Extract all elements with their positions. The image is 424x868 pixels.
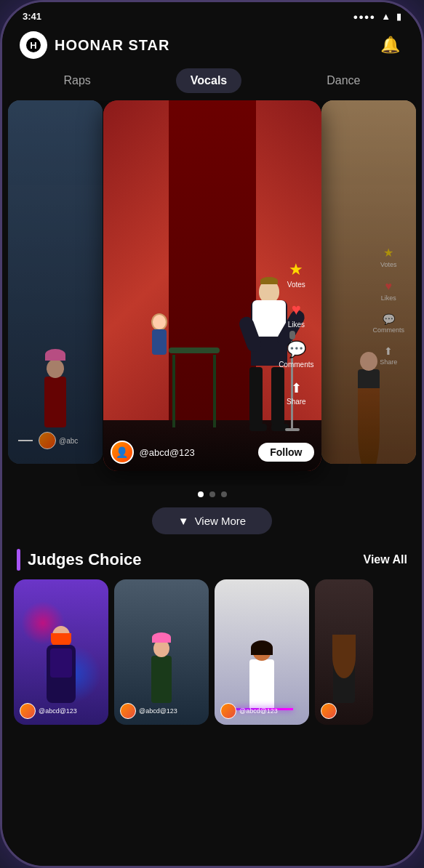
dot-1 [198,491,204,497]
section-title: Judges Choice [17,549,141,571]
likes-label: Likes [288,321,305,329]
carousel-right-card[interactable]: ★ Votes ♥ Likes 💬 Comments [321,100,416,464]
right-card-bg: ★ Votes ♥ Likes 💬 Comments [321,100,416,464]
right-action-buttons: ★ Votes ♥ Likes 💬 Comments [372,246,404,366]
right-comments-button[interactable]: 💬 Comments [372,313,404,334]
carousel-main-card[interactable]: ★ Votes ♥ Likes 💬 Comments ⬆ [103,100,321,471]
judge-card-2[interactable]: @abcd@123 [114,579,209,725]
current-username: @abcd@123 [140,447,253,458]
app-name: HOONAR STAR [55,37,169,54]
judge-card-3[interactable]: @abcd@123 [215,579,309,725]
carousel-area: @abc [2,100,422,486]
judge-figure-3 [249,640,274,710]
wifi-icon: ▲ [381,11,391,22]
left-user-info: @abc [18,432,78,449]
share-icon: ⬆ [291,380,302,396]
right-likes-button[interactable]: ♥ Likes [381,280,396,302]
judge-username-1: @abcd@123 [39,707,77,715]
logo-icon: H [20,31,47,59]
share-button[interactable]: ⬆ Share [287,380,306,406]
dot-2 [209,491,215,497]
judge-avatar-4 [321,703,337,719]
dots-indicator [2,491,422,497]
carousel-left-card[interactable]: @abc [8,100,103,464]
votes-icon: ★ [289,260,303,279]
tab-raps[interactable]: Raps [49,68,105,93]
right-share-label: Share [380,358,397,366]
puppet [151,313,167,355]
dancer1-body [47,645,76,703]
left-card-bg: @abc [8,100,103,464]
judge-user-3: @abcd@123 [220,703,278,719]
right-likes-icon: ♥ [385,280,392,293]
tab-bar: Raps Vocals Dance [2,68,422,100]
comments-button[interactable]: 💬 Comments [279,340,313,369]
likes-button[interactable]: ♥ Likes [288,300,305,329]
battery-icon: ▮ [396,12,401,22]
judge-figure-4 [333,635,355,703]
comments-icon: 💬 [287,340,306,359]
time: 3:41 [23,11,41,22]
right-comments-label: Comments [372,326,404,334]
view-more-icon: ▼ [178,515,189,527]
likes-icon: ♥ [292,300,301,319]
signal-icon: ●●●● [353,12,376,21]
tab-dance[interactable]: Dance [312,68,375,93]
judge-username-3: @abcd@123 [239,707,278,715]
right-likes-label: Likes [381,294,396,302]
phone-shell: 3:41 ●●●● ▲ ▮ H HOONAR STAR 🔔 [0,0,424,868]
judge-figure-1 [47,626,76,703]
section-bar [17,549,20,571]
right-votes-label: Votes [380,261,397,268]
right-comments-icon: 💬 [383,313,395,325]
judges-choice-title: Judges Choice [28,550,141,569]
judges-choice-header: Judges Choice View All [2,542,422,579]
stool [169,347,220,427]
left-username: @abc [59,437,78,445]
status-bar: 3:41 ●●●● ▲ ▮ [2,2,422,25]
main-card-bg: ★ Votes ♥ Likes 💬 Comments ⬆ [103,100,321,471]
follow-button[interactable]: Follow [258,443,313,462]
phone-screen: 3:41 ●●●● ▲ ▮ H HOONAR STAR 🔔 [2,2,422,866]
dot-3 [221,491,227,497]
left-performer [44,359,66,427]
judge-avatar-1 [20,703,36,719]
judge-card-4[interactable] [315,579,373,725]
judge-user-1: @abcd@123 [20,703,77,719]
left-avatar [39,432,56,449]
status-icons: ●●●● ▲ ▮ [353,11,401,22]
share-label: Share [287,398,306,406]
user-info-bar: 👤 @abcd@123 Follow [103,441,321,464]
judge-avatar-3 [220,703,236,719]
judge-figure-2 [151,640,172,703]
judge-user-4 [321,703,337,719]
judge-user-2: @abcd@123 [120,703,177,719]
logo-area: H HOONAR STAR [20,31,169,59]
header: H HOONAR STAR 🔔 [2,25,422,68]
judges-grid: @abcd@123 @ab [2,579,422,725]
right-votes-icon: ★ [383,246,393,260]
right-share-icon: ⬆ [384,345,393,357]
judge-username-2: @abcd@123 [139,707,177,715]
view-all-button[interactable]: View All [364,553,407,566]
view-more-button[interactable]: ▼ View More [152,507,272,534]
judge-card-1[interactable]: @abcd@123 [14,579,108,725]
svg-text:H: H [30,40,36,51]
votes-button[interactable]: ★ Votes [287,260,305,289]
comments-label: Comments [279,361,313,369]
right-votes-button[interactable]: ★ Votes [380,246,397,268]
right-share-button[interactable]: ⬆ Share [380,345,397,366]
view-more-area: ▼ View More [2,497,422,542]
votes-label: Votes [287,281,305,289]
tab-vocals[interactable]: Vocals [176,68,241,93]
notification-bell[interactable]: 🔔 [375,31,404,60]
view-more-label: View More [195,515,247,527]
current-user-avatar: 👤 [111,441,134,464]
action-buttons: ★ Votes ♥ Likes 💬 Comments ⬆ [279,260,313,406]
judge-avatar-2 [120,703,136,719]
